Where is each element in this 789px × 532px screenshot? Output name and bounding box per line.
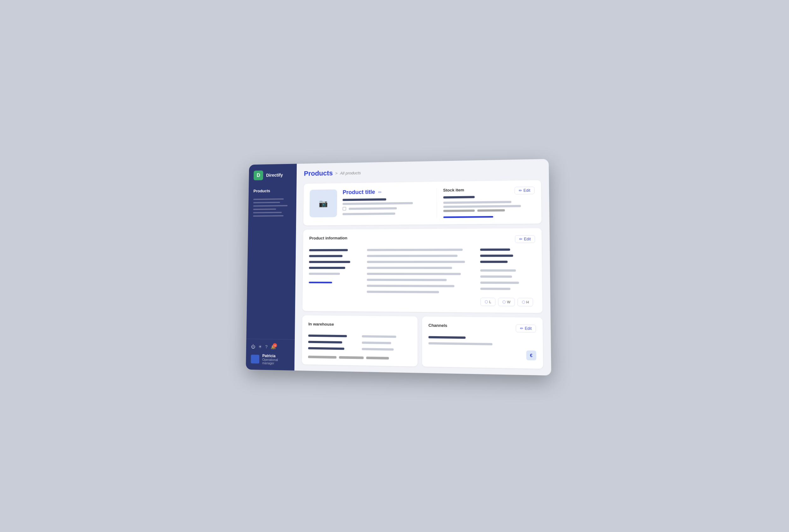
dimension-icon: ⬡ — [522, 300, 525, 304]
skeleton-line — [309, 255, 343, 257]
skeleton-line — [362, 348, 394, 351]
logo-icon: D — [254, 170, 263, 180]
channels-edit-button[interactable]: ✏ Edit — [516, 324, 536, 332]
nav-line — [253, 202, 280, 203]
sidebar-item-products[interactable]: Products — [253, 187, 292, 194]
nav-line — [253, 208, 276, 210]
product-info-title: Product information — [309, 235, 347, 240]
product-info-edit-button[interactable]: ✏ Edit — [515, 235, 535, 243]
channels-title: Channels — [428, 323, 447, 328]
skeleton-line — [349, 207, 397, 210]
edit-pencil-icon: ✏ — [519, 236, 522, 241]
dimension-h-badge: ⬡ H — [517, 298, 533, 306]
dimension-badges: ⬡ L ⬡ W ⬡ H — [480, 297, 536, 306]
product-title-info: Product title ✏ — [343, 188, 431, 217]
sidebar-nav: Products — [246, 187, 296, 339]
product-title-card: 📷 Product title ✏ Stock i — [303, 180, 542, 226]
help-icon[interactable]: ? — [265, 344, 268, 349]
sidebar-icon-row: ⏻ ☀ ? 🔔 12 — [251, 344, 290, 349]
skeleton-badge — [477, 209, 505, 212]
product-title-row: Product title ✏ — [343, 188, 431, 196]
info-card-header: Product information ✏ Edit — [309, 234, 535, 244]
skeleton-line — [480, 281, 519, 284]
user-details: Patricia Operational manager — [262, 354, 290, 365]
info-progress-bar — [309, 282, 332, 283]
skeleton-line — [309, 261, 350, 263]
skeleton-line — [343, 202, 413, 205]
checkbox-row — [343, 206, 431, 210]
skeleton-line — [309, 249, 348, 251]
dimension-w-badge: ⬡ W — [498, 298, 515, 306]
sidebar-bottom: ⏻ ☀ ? 🔔 12 Patricia Operational manager — [246, 339, 295, 370]
skeleton-line — [367, 254, 458, 257]
channels-card: Channels ✏ Edit € — [422, 316, 543, 369]
main-content: Products > All products 📷 Product title … — [294, 159, 551, 376]
skeleton-line — [480, 288, 511, 290]
skeleton-title-line — [343, 198, 387, 201]
sidebar-logo[interactable]: D Directify — [249, 164, 297, 188]
channels-header: Channels ✏ Edit — [428, 323, 536, 333]
breadcrumb-sub: All products — [340, 170, 361, 175]
skeleton-line — [309, 272, 340, 275]
skeleton-badge — [308, 356, 336, 359]
skeleton-line — [480, 254, 513, 257]
breadcrumb-separator: > — [335, 171, 337, 175]
skeleton-line — [308, 347, 344, 350]
stock-edit-button[interactable]: ✏ Edit — [515, 186, 535, 194]
skeleton-line — [367, 266, 452, 269]
warehouse-title: In warehouse — [308, 321, 334, 326]
bottom-row: In warehouse — [302, 315, 543, 368]
warehouse-header: In warehouse — [308, 321, 411, 331]
info-col-right: ⬡ L ⬡ W ⬡ H — [480, 248, 536, 306]
skeleton-badge — [443, 209, 475, 212]
skeleton-line — [367, 272, 461, 275]
skeleton-line — [443, 196, 475, 198]
skeleton-line — [480, 269, 516, 271]
power-icon[interactable]: ⏻ — [251, 344, 255, 349]
warehouse-content — [308, 334, 411, 353]
skeleton-line — [362, 342, 391, 344]
skeleton-line — [367, 279, 446, 281]
sun-icon[interactable]: ☀ — [258, 344, 262, 349]
notification-icon[interactable]: 🔔 12 — [271, 344, 276, 349]
nav-line — [253, 215, 284, 217]
skeleton-line — [480, 248, 510, 250]
skeleton-line — [343, 212, 395, 215]
dimension-icon: ⬡ — [485, 299, 488, 304]
dimension-icon: ⬡ — [502, 300, 506, 304]
edit-pencil-icon: ✏ — [519, 188, 522, 193]
nav-line — [253, 205, 288, 207]
skeleton-line — [480, 261, 508, 263]
dimension-l-badge: ⬡ L — [480, 297, 495, 306]
nav-line — [253, 212, 282, 213]
skeleton-line — [443, 205, 521, 208]
page-header: Products > All products — [304, 165, 541, 177]
skeleton-badge — [366, 356, 389, 359]
skeleton-line — [309, 266, 345, 269]
skeleton-line — [362, 335, 396, 338]
stock-section: Stock item ✏ Edit — [437, 186, 535, 218]
notification-badge: 12 — [273, 343, 277, 347]
skeleton-line — [367, 248, 463, 251]
user-name: Patricia — [262, 354, 290, 358]
skeleton-line — [308, 334, 347, 337]
product-title-edit-icon[interactable]: ✏ — [378, 189, 382, 194]
skeleton-line — [367, 261, 465, 263]
skeleton-line — [428, 336, 466, 339]
page-title: Products — [304, 169, 333, 177]
nav-line — [253, 198, 284, 200]
sidebar: D Directify Products ⏻ ☀ ? 🔔 1 — [246, 164, 297, 370]
skeleton-badge — [339, 356, 364, 359]
skeleton-line — [443, 201, 512, 204]
app-name: Directify — [266, 172, 283, 177]
user-role: Operational manager — [262, 358, 290, 365]
edit-pencil-icon: ✏ — [520, 326, 524, 330]
sidebar-nav-lines — [253, 198, 292, 216]
avatar — [251, 355, 259, 363]
info-card-body: ⬡ L ⬡ W ⬡ H — [309, 248, 536, 306]
user-profile[interactable]: Patricia Operational manager — [251, 353, 289, 365]
checkbox[interactable] — [343, 207, 346, 210]
warehouse-card: In warehouse — [302, 315, 418, 366]
skeleton-line — [428, 342, 493, 345]
product-image: 📷 — [310, 189, 337, 217]
